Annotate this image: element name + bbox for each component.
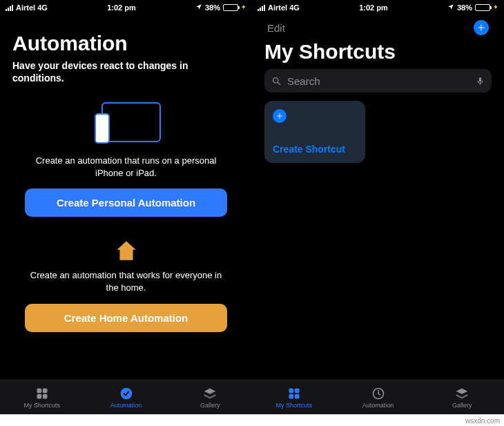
add-shortcut-button[interactable] bbox=[474, 20, 489, 35]
svg-rect-11 bbox=[295, 394, 300, 398]
battery-pct: 38% bbox=[205, 3, 220, 12]
svg-rect-1 bbox=[43, 388, 48, 393]
charging-icon bbox=[241, 3, 246, 12]
card-label: Create Shortcut bbox=[273, 144, 357, 155]
plus-icon bbox=[273, 109, 287, 123]
plus-icon bbox=[477, 23, 485, 32]
location-icon bbox=[195, 3, 202, 12]
tab-gallery[interactable]: Gallery bbox=[168, 380, 252, 414]
tab-label: Automation bbox=[110, 402, 142, 409]
tab-bar: My Shortcuts Automation Gallery bbox=[0, 380, 252, 414]
search-field[interactable] bbox=[287, 75, 470, 87]
svg-rect-10 bbox=[289, 394, 293, 398]
home-icon bbox=[115, 240, 138, 261]
home-automation-section: Create an automation that works for ever… bbox=[12, 240, 240, 331]
signal-icon bbox=[6, 5, 13, 11]
clock: 1:02 pm bbox=[359, 3, 388, 12]
page-title: My Shortcuts bbox=[264, 40, 492, 64]
tab-gallery[interactable]: Gallery bbox=[420, 380, 504, 414]
svg-rect-2 bbox=[37, 394, 41, 398]
battery-icon bbox=[223, 4, 238, 11]
devices-icon bbox=[92, 102, 161, 146]
svg-rect-3 bbox=[43, 394, 48, 398]
carrier-label: Airtel 4G bbox=[268, 3, 300, 12]
tab-my-shortcuts[interactable]: My Shortcuts bbox=[0, 380, 84, 414]
svg-rect-0 bbox=[37, 388, 41, 393]
svg-point-5 bbox=[273, 77, 279, 83]
tab-label: My Shortcuts bbox=[24, 402, 61, 409]
status-bar: Airtel 4G 1:02 pm 38% bbox=[0, 0, 252, 14]
charging-icon bbox=[493, 3, 498, 12]
tab-my-shortcuts[interactable]: My Shortcuts bbox=[252, 380, 336, 414]
status-bar: Airtel 4G 1:02 pm 38% bbox=[252, 0, 504, 14]
watermark: wsxdn.com bbox=[465, 417, 500, 425]
svg-line-6 bbox=[278, 82, 280, 85]
signal-icon bbox=[258, 5, 265, 11]
svg-rect-9 bbox=[295, 388, 300, 393]
create-shortcut-card[interactable]: Create Shortcut bbox=[264, 101, 365, 163]
search-input[interactable] bbox=[264, 69, 492, 93]
edit-button[interactable]: Edit bbox=[267, 22, 285, 34]
location-icon bbox=[447, 3, 454, 12]
tab-automation[interactable]: Automation bbox=[84, 380, 168, 414]
battery-pct: 38% bbox=[457, 3, 472, 12]
carrier-label: Airtel 4G bbox=[16, 3, 48, 12]
tab-label: Automation bbox=[362, 402, 394, 409]
tab-label: Gallery bbox=[452, 402, 472, 409]
tab-label: Gallery bbox=[200, 402, 220, 409]
page-subtitle: Have your devices react to changes in co… bbox=[12, 59, 240, 84]
tab-automation[interactable]: Automation bbox=[336, 380, 420, 414]
personal-desc: Create an automation that runs on a pers… bbox=[25, 155, 227, 179]
tab-bar: My Shortcuts Automation Gallery bbox=[252, 380, 504, 414]
svg-rect-8 bbox=[289, 388, 293, 393]
create-personal-automation-button[interactable]: Create Personal Automation bbox=[25, 188, 227, 217]
svg-rect-7 bbox=[479, 77, 481, 82]
screen-my-shortcuts: Airtel 4G 1:02 pm 38% Edit My bbox=[252, 0, 504, 414]
battery-icon bbox=[475, 4, 490, 11]
personal-automation-section: Create an automation that runs on a pers… bbox=[12, 102, 240, 217]
clock: 1:02 pm bbox=[107, 3, 136, 12]
search-icon bbox=[271, 76, 282, 86]
page-title: Automation bbox=[12, 32, 240, 55]
tab-label: My Shortcuts bbox=[276, 402, 313, 409]
screen-automation: Airtel 4G 1:02 pm 38% Automation Have yo… bbox=[0, 0, 252, 414]
home-desc: Create an automation that works for ever… bbox=[25, 269, 227, 293]
microphone-icon[interactable] bbox=[476, 75, 485, 87]
create-home-automation-button[interactable]: Create Home Automation bbox=[25, 304, 227, 332]
